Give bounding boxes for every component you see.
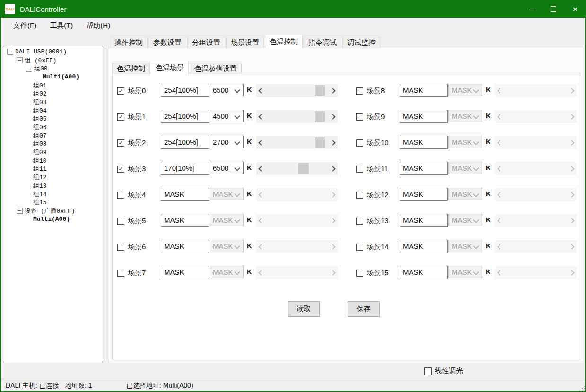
menu-item[interactable]: 文件(F): [7, 19, 43, 33]
scroll-left-arrow-icon[interactable]: [256, 162, 264, 175]
collapse-minus-icon[interactable]: [26, 66, 32, 72]
scroll-right-arrow-icon[interactable]: [330, 188, 338, 201]
main-tab-6[interactable]: 调试监控: [342, 37, 380, 48]
scene-level-input[interactable]: MASK: [161, 266, 209, 279]
main-tab-4[interactable]: 色温控制: [265, 35, 303, 48]
scene-level-input[interactable]: 254[100%]: [161, 136, 209, 149]
tree-item[interactable]: DALI USB(0001): [3, 48, 103, 56]
scene-level-input[interactable]: MASK: [400, 240, 448, 253]
scroll-left-arrow-icon[interactable]: [256, 110, 264, 123]
scene-temp-select[interactable]: MASK: [210, 214, 244, 226]
temp-scrollbar[interactable]: [256, 162, 338, 175]
tree-item[interactable]: 组13: [3, 182, 103, 190]
collapse-minus-icon[interactable]: [17, 208, 23, 214]
tree-item[interactable]: Multi(A00): [3, 215, 103, 224]
scene-checkbox[interactable]: [117, 270, 124, 277]
menu-item[interactable]: 工具(T): [43, 19, 79, 33]
scene-temp-select[interactable]: MASK: [210, 240, 244, 252]
tree-item[interactable]: 组01: [3, 81, 103, 90]
scene-temp-select[interactable]: MASK: [448, 214, 482, 226]
temp-scrollbar[interactable]: [495, 240, 577, 253]
scene-checkbox[interactable]: [117, 192, 124, 199]
tree-item[interactable]: 组00: [3, 64, 103, 73]
scroll-left-arrow-icon[interactable]: [256, 214, 264, 227]
tree-item[interactable]: 设备 (广播0xFF): [3, 207, 103, 215]
scroll-right-arrow-icon[interactable]: [330, 110, 338, 123]
scene-checkbox[interactable]: [117, 218, 124, 225]
tree-item[interactable]: 组04: [3, 106, 103, 115]
tree-item[interactable]: Multi(A00): [3, 73, 103, 81]
scrollbar-thumb[interactable]: [315, 85, 325, 96]
temp-scrollbar[interactable]: [495, 188, 577, 201]
scene-temp-select[interactable]: 4500: [210, 110, 244, 122]
scene-level-input[interactable]: MASK: [400, 214, 448, 227]
scroll-left-arrow-icon[interactable]: [495, 162, 503, 175]
scrollbar-thumb[interactable]: [298, 163, 309, 174]
scene-checkbox[interactable]: [356, 166, 363, 173]
collapse-minus-icon[interactable]: [7, 49, 13, 55]
scene-checkbox[interactable]: [117, 244, 124, 251]
scene-level-input[interactable]: MASK: [161, 188, 209, 201]
scroll-left-arrow-icon[interactable]: [495, 84, 503, 97]
temp-scrollbar[interactable]: [495, 110, 577, 123]
scene-temp-select[interactable]: 6500: [210, 84, 244, 96]
scroll-left-arrow-icon[interactable]: [256, 84, 264, 97]
temp-scrollbar[interactable]: [256, 84, 338, 97]
scroll-right-arrow-icon[interactable]: [569, 136, 577, 149]
scroll-right-arrow-icon[interactable]: [569, 162, 577, 175]
scroll-right-arrow-icon[interactable]: [330, 162, 338, 175]
scroll-right-arrow-icon[interactable]: [330, 84, 338, 97]
close-button[interactable]: ✕: [564, 0, 586, 18]
scene-temp-select[interactable]: 6500: [210, 162, 244, 174]
scene-level-input[interactable]: 170[10%]: [161, 162, 209, 175]
scene-level-input[interactable]: MASK: [400, 136, 448, 149]
scene-checkbox[interactable]: [356, 270, 363, 277]
temp-scrollbar[interactable]: [256, 110, 338, 123]
tree-item[interactable]: 组08: [3, 140, 103, 148]
scene-temp-select[interactable]: MASK: [210, 188, 244, 200]
scene-level-input[interactable]: 254[100%]: [161, 110, 209, 123]
scroll-right-arrow-icon[interactable]: [569, 188, 577, 201]
scroll-left-arrow-icon[interactable]: [256, 240, 264, 253]
scroll-right-arrow-icon[interactable]: [569, 84, 577, 97]
sub-tab-2[interactable]: 色温极值设置: [190, 63, 242, 74]
scene-level-input[interactable]: MASK: [400, 110, 448, 123]
temp-scrollbar[interactable]: [256, 240, 338, 253]
scroll-left-arrow-icon[interactable]: [495, 136, 503, 149]
scene-temp-select[interactable]: MASK: [448, 84, 482, 96]
sub-tab-1[interactable]: 色温场景: [151, 61, 189, 74]
scroll-right-arrow-icon[interactable]: [330, 266, 338, 279]
maximize-button[interactable]: [542, 0, 564, 18]
scroll-right-arrow-icon[interactable]: [569, 266, 577, 279]
save-button[interactable]: 保存: [348, 301, 380, 317]
scene-level-input[interactable]: MASK: [400, 162, 448, 175]
scene-checkbox[interactable]: [356, 139, 363, 147]
temp-scrollbar[interactable]: [256, 266, 338, 279]
tree-item[interactable]: 组06: [3, 123, 103, 131]
temp-scrollbar[interactable]: [495, 136, 577, 149]
tree-item[interactable]: 组10: [3, 157, 103, 165]
scroll-right-arrow-icon[interactable]: [569, 110, 577, 123]
tree-item[interactable]: 组03: [3, 98, 103, 106]
scroll-left-arrow-icon[interactable]: [495, 188, 503, 201]
main-tab-5[interactable]: 指令调试: [304, 37, 341, 48]
scene-level-input[interactable]: MASK: [400, 266, 448, 279]
scroll-left-arrow-icon[interactable]: [495, 240, 503, 253]
scene-checkbox[interactable]: ✓: [117, 113, 124, 121]
scroll-left-arrow-icon[interactable]: [495, 110, 503, 123]
main-tab-3[interactable]: 场景设置: [226, 37, 264, 48]
scene-temp-select[interactable]: MASK: [448, 266, 482, 278]
main-tab-0[interactable]: 操作控制: [110, 37, 148, 48]
scene-checkbox[interactable]: [356, 113, 363, 121]
scroll-right-arrow-icon[interactable]: [569, 214, 577, 227]
scene-temp-select[interactable]: MASK: [448, 188, 482, 200]
tree-item[interactable]: 组07: [3, 131, 103, 140]
scene-level-input[interactable]: MASK: [400, 84, 448, 97]
tree-item[interactable]: 组11: [3, 165, 103, 174]
resize-grip-icon[interactable]: [582, 388, 583, 389]
scene-checkbox[interactable]: ✓: [117, 87, 124, 95]
tree-item[interactable]: 组12: [3, 173, 103, 182]
main-tab-2[interactable]: 分组设置: [187, 37, 225, 48]
collapse-minus-icon[interactable]: [17, 57, 23, 63]
linear-dimming-checkbox[interactable]: [424, 367, 432, 375]
